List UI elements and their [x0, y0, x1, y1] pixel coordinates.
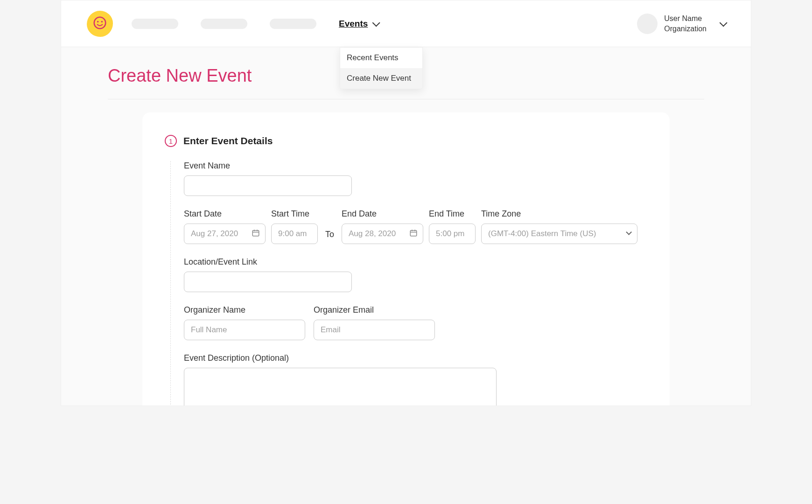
chevron-down-icon	[372, 19, 380, 27]
form-body: Event Name Start Date	[170, 161, 647, 406]
svg-point-2	[101, 21, 103, 22]
end-date-label: End Date	[342, 209, 423, 219]
step-title: Enter Event Details	[183, 135, 273, 147]
timezone-col: Time Zone (GMT-4:00) Eastern Time (US)	[481, 209, 637, 244]
nav-placeholder-2[interactable]	[201, 19, 247, 29]
nav-placeholder-3[interactable]	[270, 19, 316, 29]
divider	[108, 99, 704, 99]
end-time-input[interactable]	[429, 224, 476, 244]
event-form-card: 1 Enter Event Details Event Name Start D…	[142, 112, 670, 406]
organizer-email-label: Organizer Email	[314, 305, 435, 315]
start-date-col: Start Date	[184, 209, 266, 244]
organizer-email-input[interactable]	[314, 320, 435, 340]
start-time-label: Start Time	[271, 209, 318, 219]
to-label: To	[325, 230, 334, 244]
organizer-email-col: Organizer Email	[314, 305, 435, 340]
dropdown-item-create-new-event[interactable]: Create New Event	[340, 68, 422, 89]
avatar	[637, 14, 658, 34]
user-menu[interactable]: User Name Organization	[637, 14, 725, 34]
events-dropdown: Recent Events Create New Event	[340, 47, 423, 89]
nav-placeholder-1[interactable]	[132, 19, 178, 29]
organizer-row: Organizer Name Organizer Email	[184, 305, 647, 340]
end-time-label: End Time	[429, 209, 476, 219]
dropdown-item-label: Create New Event	[347, 74, 411, 83]
step-header: 1 Enter Event Details	[165, 135, 647, 147]
timezone-select[interactable]: (GMT-4:00) Eastern Time (US)	[481, 224, 637, 244]
end-date-input[interactable]	[342, 224, 423, 244]
user-org: Organization	[664, 24, 707, 34]
start-time-col: Start Time	[271, 209, 318, 244]
description-group: Event Description (Optional)	[184, 353, 647, 406]
dropdown-item-recent-events[interactable]: Recent Events	[340, 48, 422, 68]
step-number-badge: 1	[165, 135, 177, 147]
dates-row: Start Date Start Time To	[184, 209, 647, 244]
start-date-label: Start Date	[184, 209, 266, 219]
end-date-col: End Date	[342, 209, 423, 244]
step-number: 1	[169, 137, 173, 145]
nav-events[interactable]: Events	[339, 19, 378, 29]
description-label: Event Description (Optional)	[184, 353, 647, 363]
page-body: Create New Event 1 Enter Event Details E…	[61, 47, 751, 406]
dropdown-item-label: Recent Events	[347, 53, 399, 62]
start-time-input[interactable]	[271, 224, 318, 244]
location-label: Location/Event Link	[184, 257, 647, 267]
timezone-value: (GMT-4:00) Eastern Time (US)	[488, 229, 596, 238]
location-input[interactable]	[184, 272, 352, 292]
organizer-name-input[interactable]	[184, 320, 305, 340]
chevron-down-icon	[720, 19, 728, 27]
user-name: User Name	[664, 14, 707, 24]
svg-point-1	[97, 21, 99, 22]
organizer-name-label: Organizer Name	[184, 305, 305, 315]
organizer-name-col: Organizer Name	[184, 305, 305, 340]
end-time-col: End Time	[429, 209, 476, 244]
event-name-label: Event Name	[184, 161, 647, 171]
timezone-label: Time Zone	[481, 209, 637, 219]
monkey-icon	[92, 16, 107, 29]
location-group: Location/Event Link	[184, 257, 647, 292]
start-date-input[interactable]	[184, 224, 266, 244]
user-text: User Name Organization	[664, 14, 707, 34]
svg-point-0	[94, 17, 106, 28]
description-textarea[interactable]	[184, 368, 497, 406]
event-name-input[interactable]	[184, 175, 352, 196]
nav-events-label: Events	[339, 19, 368, 29]
brand-logo[interactable]	[87, 11, 113, 37]
header: Events User Name Organization	[61, 0, 751, 47]
event-name-group: Event Name	[184, 161, 647, 196]
